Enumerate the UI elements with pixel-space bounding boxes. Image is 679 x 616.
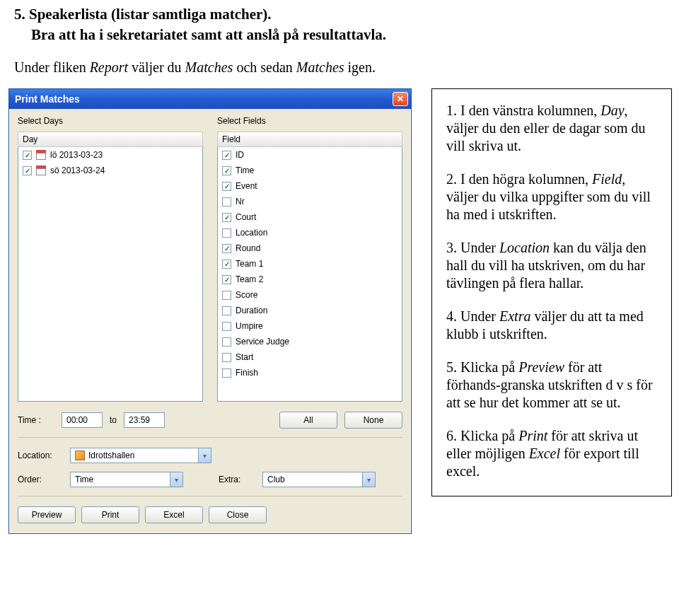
preview-button[interactable]: Preview [18,506,76,523]
list-item[interactable]: Team 2 [218,272,402,287]
time-to-label: to [110,415,117,425]
doc-subheading: Bra att ha i sekretariatet samt att ansl… [14,26,665,44]
intro-italic: Matches [296,59,344,75]
checkbox[interactable] [222,197,231,207]
location-value: Idrottshallen [88,451,134,460]
days-listbox[interactable]: lö 2013-03-23sö 2013-03-24 [18,147,203,402]
list-item-label: Court [236,212,256,222]
list-item[interactable]: Duration [218,303,402,318]
order-combo[interactable]: Time ▾ [70,472,183,487]
select-days-label: Select Days [18,116,203,126]
checkbox[interactable] [23,166,32,175]
list-item-label: sö 2013-03-24 [50,165,105,175]
list-item-label: Team 2 [236,274,263,284]
list-item[interactable]: Team 1 [218,256,402,272]
list-item-label: Time [236,165,254,175]
list-item[interactable]: Location [218,225,402,240]
checkbox[interactable] [222,322,231,331]
time-from-input[interactable] [62,412,103,428]
print-button[interactable]: Print [81,506,139,523]
instruction-5: 5. Klicka på Preview för att förhands-gr… [446,359,657,412]
instruction-box: 1. I den vänstra kolumnen, Day, väljer d… [431,88,672,496]
excel-button[interactable]: Excel [145,506,203,523]
list-item-label: Service Judge [236,337,289,347]
list-item[interactable]: Round [218,240,402,256]
instruction-3: 3. Under Location kan du välja den hall … [446,239,657,292]
checkbox[interactable] [222,291,231,300]
time-row: Time : to All None [18,412,402,429]
day-column-header[interactable]: Day [18,132,203,147]
close-icon[interactable]: ✕ [393,92,408,106]
list-item[interactable]: Score [218,287,402,303]
location-icon [75,451,85,460]
list-item[interactable]: Umpire [218,318,402,334]
time-label: Time : [18,415,54,425]
checkbox[interactable] [222,244,231,253]
close-button[interactable]: Close [209,506,267,523]
separator [18,437,402,438]
list-item[interactable]: Court [218,209,402,225]
instruction-1: 1. I den vänstra kolumnen, Day, väljer d… [446,102,657,155]
checkbox[interactable] [222,353,231,362]
checkbox[interactable] [222,213,231,222]
instruction-6: 6. Klicka på Print för att skriva ut ell… [446,427,657,480]
chevron-down-icon[interactable]: ▾ [362,472,375,487]
chevron-down-icon[interactable]: ▾ [198,448,211,463]
list-item[interactable]: lö 2013-03-23 [18,147,202,163]
select-fields-label: Select Fields [217,116,402,126]
checkbox[interactable] [23,151,32,160]
list-item-label: Finish [236,368,258,378]
chevron-down-icon[interactable]: ▾ [170,472,182,487]
intro-italic: Report [90,59,128,75]
checkbox[interactable] [222,368,231,378]
list-item[interactable]: ID [218,147,402,163]
extra-combo[interactable]: Club ▾ [262,472,376,487]
location-combo[interactable]: Idrottshallen ▾ [70,448,211,463]
intro-text: igen. [344,59,376,75]
order-value: Time [75,475,93,484]
instruction-4: 4. Under Extra väljer du att ta med klub… [446,308,657,343]
doc-heading: 5. Speakerlista (listar samtliga matcher… [14,6,665,23]
list-item[interactable]: Finish [218,365,402,380]
extra-label: Extra: [219,475,255,484]
intro-text: Under fliken [14,59,90,75]
calendar-icon [36,165,46,175]
window-titlebar[interactable]: Print Matches ✕ [9,89,411,109]
list-item[interactable]: Event [218,178,402,194]
list-item-label: Start [236,352,253,362]
list-item-label: Event [236,181,257,191]
print-matches-window: Print Matches ✕ Select Days Day lö 2013-… [8,88,412,534]
order-label: Order: [18,475,63,484]
field-column-header[interactable]: Field [217,132,402,147]
checkbox[interactable] [222,260,231,269]
list-item-label: Team 1 [236,259,263,269]
list-item[interactable]: sö 2013-03-24 [18,163,202,178]
intro-text: och sedan [233,59,296,75]
list-item-label: Score [236,290,257,300]
none-button[interactable]: None [344,412,402,429]
checkbox[interactable] [222,166,231,175]
intro-italic: Matches [185,59,233,75]
checkbox[interactable] [222,151,231,160]
select-fields-panel: Select Fields Field IDTimeEventNrCourtLo… [217,116,402,402]
location-row: Location: Idrottshallen ▾ [18,448,402,463]
list-item[interactable]: Nr [218,194,402,209]
list-item-label: Duration [236,306,267,315]
list-item-label: Nr [236,197,245,207]
checkbox[interactable] [222,306,231,315]
checkbox[interactable] [222,182,231,191]
intro-text: väljer du [128,59,185,75]
checkbox[interactable] [222,228,231,238]
list-item[interactable]: Start [218,349,402,365]
list-item[interactable]: Time [218,163,402,178]
doc-intro: Under fliken Report väljer du Matches oc… [14,59,665,76]
instruction-2: 2. I den högra kolumnen, Field, väljer d… [446,170,657,223]
fields-listbox[interactable]: IDTimeEventNrCourtLocationRoundTeam 1Tea… [217,147,402,402]
all-button[interactable]: All [279,412,337,429]
document-header: 5. Speakerlista (listar samtliga matcher… [0,0,679,88]
checkbox[interactable] [222,337,231,347]
list-item[interactable]: Service Judge [218,334,402,349]
separator [18,496,402,496]
checkbox[interactable] [222,275,231,284]
time-to-input[interactable] [124,412,165,428]
